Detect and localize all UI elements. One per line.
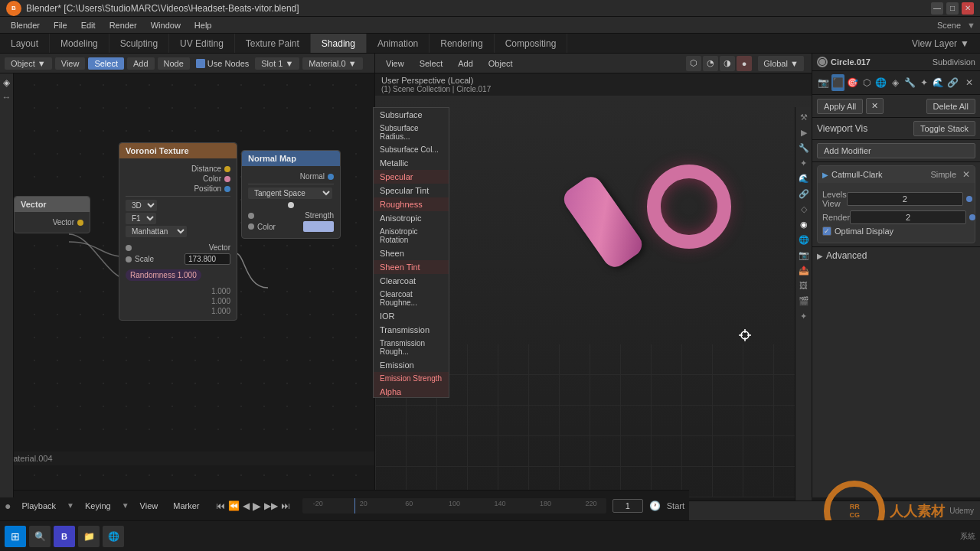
shading-wireframe[interactable]: ⬡ — [686, 56, 701, 71]
vp-select[interactable]: Select — [413, 57, 449, 70]
mat-alpha[interactable]: Alpha — [374, 385, 449, 398]
mat-subsurface[interactable]: Subsurface — [374, 108, 449, 122]
prop-icon-physics[interactable]: 🌊 — [933, 74, 946, 91]
tl-playback[interactable]: Playback — [17, 500, 60, 512]
nt-slot[interactable]: Slot 1 ▼ — [255, 57, 299, 70]
icon-physics[interactable]: 🌊 — [797, 171, 811, 185]
windows-start-button[interactable]: ⊞ — [5, 526, 26, 547]
mat-sheen-tint[interactable]: Sheen Tint — [374, 260, 449, 274]
add-modifier-button[interactable]: Add Modifier — [817, 143, 975, 158]
mat-specular[interactable]: Specular — [374, 170, 449, 184]
prop-icon-particles[interactable]: ✦ — [918, 74, 931, 91]
prop-icon-scene[interactable]: ⬡ — [860, 74, 873, 91]
mat-subsurface-radius[interactable]: Subsurface Radius... — [374, 122, 449, 143]
titlebar-controls[interactable]: — □ ✕ — [931, 2, 974, 15]
jump-start-btn[interactable]: ⏮ — [216, 500, 225, 511]
vp-view[interactable]: View — [380, 57, 410, 70]
icon-render[interactable]: 📷 — [797, 248, 811, 262]
tab-layout[interactable]: Layout — [0, 34, 50, 53]
render-input[interactable] — [850, 210, 966, 224]
mat-emission-strength[interactable]: Emission Strength — [374, 372, 449, 385]
icon-scene[interactable]: 🎬 — [797, 294, 811, 308]
tab-animation[interactable]: Animation — [367, 34, 430, 53]
jump-end-btn[interactable]: ⏭ — [281, 500, 290, 511]
shading-rendered[interactable]: ● — [737, 56, 752, 71]
viewport-shading-mode[interactable]: Global ▼ — [758, 56, 804, 71]
advanced-row[interactable]: ▶ Advanced — [812, 246, 980, 264]
close-button[interactable]: ✕ — [962, 2, 974, 15]
menu-help[interactable]: Help — [188, 19, 218, 31]
toggle-stack-button[interactable]: Toggle Stack — [913, 121, 975, 136]
prop-icon-close[interactable]: ✕ — [962, 74, 975, 91]
icon-particles[interactable]: ✦ — [797, 156, 811, 170]
icon-object-data[interactable]: ▶ — [797, 126, 811, 139]
tl-view[interactable]: View — [136, 500, 163, 512]
nt-add[interactable]: Add — [127, 57, 155, 70]
minimize-button[interactable]: — — [931, 2, 943, 15]
nt-select[interactable]: Select — [88, 57, 124, 70]
mat-sheen[interactable]: Sheen — [374, 246, 449, 260]
tab-sculpting[interactable]: Sculpting — [109, 34, 169, 53]
menu-blender[interactable]: Blender — [5, 19, 46, 31]
optimal-display-check[interactable]: ✓ — [822, 227, 831, 236]
frame-number[interactable]: 1 — [612, 499, 643, 513]
tab-rendering[interactable]: Rendering — [430, 34, 494, 53]
nt-material[interactable]: Material.0 ▼ — [302, 57, 362, 70]
tab-view-layer[interactable]: View Layer ▼ — [901, 35, 980, 52]
nt-node[interactable]: Node — [158, 57, 190, 70]
delete-all-button[interactable]: Delete All — [926, 99, 975, 114]
modifier-close-btn[interactable]: ✕ — [962, 169, 970, 180]
mat-emission[interactable]: Emission — [374, 358, 449, 372]
play-btn[interactable]: ▶ — [253, 500, 261, 512]
icon-data[interactable]: ◇ — [797, 202, 811, 216]
icon-world2[interactable]: ✦ — [797, 309, 811, 323]
tab-shading[interactable]: Shading — [311, 34, 367, 53]
vp-add[interactable]: Add — [452, 57, 479, 70]
nm-space-select[interactable]: Tangent Space — [248, 187, 332, 199]
tool-select[interactable]: ◈ — [1, 77, 13, 89]
prop-icon-modifier[interactable]: 🔧 — [903, 74, 916, 91]
menu-edit[interactable]: Edit — [75, 19, 102, 31]
mat-clearcoat-rough[interactable]: Clearcoat Roughne... — [374, 288, 449, 309]
levels-view-input[interactable] — [847, 192, 963, 206]
menu-window[interactable]: Window — [145, 19, 187, 31]
icon-modifiers[interactable]: 🔧 — [797, 141, 811, 155]
delete-button[interactable]: ✕ — [866, 98, 884, 114]
voronoi-metric-select[interactable]: Manhattan — [126, 226, 187, 237]
voronoi-f-select[interactable]: F1 — [126, 213, 156, 224]
timeline-ruler[interactable]: -20 20 60 100 140 180 220 — [302, 498, 606, 514]
prev-btn[interactable]: ◀ — [243, 500, 250, 511]
vp-object[interactable]: Object — [482, 57, 519, 70]
nt-view[interactable]: View — [55, 57, 86, 70]
taskbar-file-manager[interactable]: 📁 — [78, 526, 100, 547]
voronoi-scale-input[interactable] — [185, 253, 230, 265]
mat-subsurface-col[interactable]: Subsurface Col... — [374, 143, 449, 156]
icon-material[interactable]: ◉ — [797, 217, 811, 231]
apply-all-button[interactable]: Apply All — [817, 99, 863, 114]
nt-object-dropdown[interactable]: Object ▼ — [5, 57, 52, 70]
nm-color-swatch[interactable] — [303, 221, 334, 232]
tool-move[interactable]: ↔ — [1, 91, 13, 103]
mat-ior[interactable]: IOR — [374, 309, 449, 323]
tab-compositing[interactable]: Compositing — [495, 34, 568, 53]
shading-material[interactable]: ◑ — [720, 56, 735, 71]
icon-constraints[interactable]: 🔗 — [797, 187, 811, 201]
prop-icon-render[interactable]: 📷 — [817, 74, 830, 91]
shading-solid[interactable]: ◔ — [703, 56, 718, 71]
prev-frame-btn[interactable]: ⏪ — [228, 500, 240, 511]
tl-keying[interactable]: Keying — [80, 500, 116, 512]
voronoi-mode-select[interactable]: 3D — [126, 200, 157, 211]
icon-world[interactable]: 🌐 — [797, 233, 811, 246]
tl-marker[interactable]: Marker — [168, 500, 204, 512]
mat-transmission[interactable]: Transmission — [374, 323, 449, 337]
tab-texture-paint[interactable]: Texture Paint — [235, 34, 311, 53]
icon-view[interactable]: 🖼 — [797, 279, 811, 292]
icon-tools[interactable]: ⚒ — [797, 110, 811, 124]
mat-transmission-rough[interactable]: Transmission Rough... — [374, 337, 449, 358]
icon-output[interactable]: 📤 — [797, 263, 811, 277]
menu-file[interactable]: File — [47, 19, 74, 31]
prop-icon-object[interactable]: ◈ — [889, 74, 902, 91]
maximize-button[interactable]: □ — [946, 2, 959, 15]
tab-modeling[interactable]: Modeling — [50, 34, 109, 53]
mat-anisotropic[interactable]: Anisotropic — [374, 211, 449, 225]
